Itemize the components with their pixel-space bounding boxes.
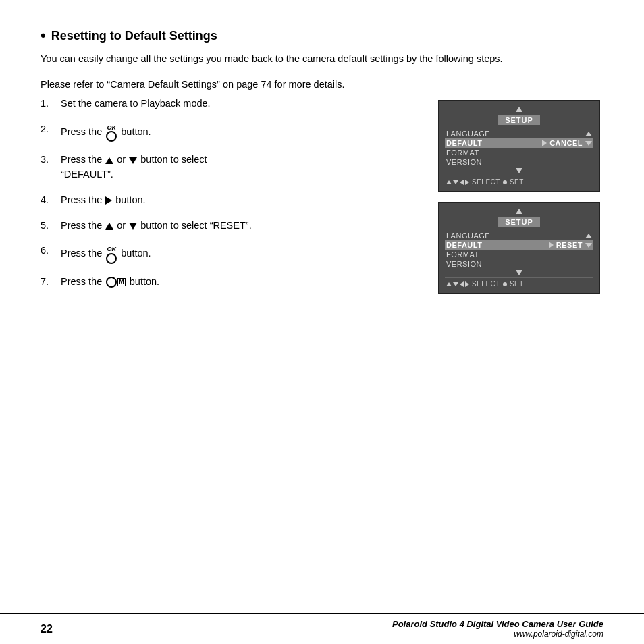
screen-1-top-arrow bbox=[516, 107, 522, 112]
step-5-text: Press the or button to select “RESET”. bbox=[61, 219, 425, 234]
footer-tri-up-2 bbox=[446, 282, 452, 286]
menu-label-format-1: FORMAT bbox=[446, 149, 592, 157]
step-4-text: Press the button. bbox=[61, 193, 425, 208]
step-7-num: 7. bbox=[41, 275, 61, 290]
step-3: 3. Press the or button to select“DEFAULT… bbox=[41, 153, 425, 182]
up-arrow-icon-3 bbox=[105, 157, 113, 164]
step-1-num: 1. bbox=[41, 97, 61, 111]
menu-label-version-2: VERSION bbox=[446, 260, 592, 268]
step-2-text: Press the OK button. bbox=[61, 122, 425, 142]
step-6: 6. Press the OK button. bbox=[41, 244, 425, 264]
page-number: 22 bbox=[41, 623, 53, 635]
footer-select-label-2: SELECT bbox=[472, 280, 500, 288]
screen-2-top-arrow bbox=[516, 209, 522, 214]
step-6-num: 6. bbox=[41, 244, 61, 259]
menu-label-language-2: LANGUAGE bbox=[446, 232, 585, 240]
step-5: 5. Press the or button to select “RESET”… bbox=[41, 219, 425, 234]
screen-2-title: SETUP bbox=[498, 217, 540, 227]
ok-button-icon-6: OK bbox=[106, 244, 117, 264]
sub-value-cancel: CANCEL bbox=[549, 139, 583, 147]
menu-label-version-1: VERSION bbox=[446, 158, 592, 166]
camera-screens-container: SETUP LANGUAGE DEFAULT bbox=[438, 97, 603, 300]
menu-row-version-2: VERSION bbox=[445, 259, 593, 269]
step-2-num: 2. bbox=[41, 122, 61, 137]
camera-screens: SETUP LANGUAGE DEFAULT bbox=[438, 100, 603, 294]
ok-label: OK bbox=[107, 124, 117, 133]
screen-2-bottom-arrow bbox=[516, 270, 522, 275]
sub-menu-value-1: CANCEL bbox=[542, 139, 592, 147]
screen-2-header: SETUP bbox=[445, 207, 593, 230]
brand-title: Polaroid Studio 4 Digital Video Camera U… bbox=[392, 619, 603, 629]
menu-label-format-2: FORMAT bbox=[446, 250, 592, 259]
step-6-text: Press the OK button. bbox=[61, 244, 425, 264]
screen-arrow-up-2 bbox=[585, 234, 592, 238]
footer-tri-right-2 bbox=[465, 281, 469, 287]
screen-2-footer: SELECT SET bbox=[445, 277, 593, 288]
step-2: 2. Press the OK button. bbox=[41, 122, 425, 142]
screen-arrow-up-1 bbox=[585, 132, 592, 136]
brand-url: www.polaroid-digital.com bbox=[392, 629, 603, 639]
footer-dot-2 bbox=[503, 282, 507, 286]
screen-1-footer: SELECT SET bbox=[445, 176, 593, 186]
screen-1-body: LANGUAGE DEFAULT CANCEL bbox=[445, 128, 593, 168]
step-3-num: 3. bbox=[41, 153, 61, 167]
sub-menu-value-2: RESET bbox=[549, 241, 592, 249]
footer-tri-left-2 bbox=[460, 281, 464, 287]
screen-arrow-down-1 bbox=[585, 141, 592, 146]
screen-1-title: SETUP bbox=[498, 115, 540, 125]
ok-circle-6 bbox=[106, 253, 117, 264]
menu-button-icon-7: M bbox=[106, 277, 126, 288]
footer-tri-down-1 bbox=[453, 180, 458, 184]
footer-set-label-2: SET bbox=[510, 280, 524, 288]
ref-text: Please refer to “Camera Default Settings… bbox=[41, 79, 603, 90]
intro-text: You can easily change all the settings y… bbox=[41, 51, 603, 67]
footer-arrows-1 bbox=[446, 180, 469, 185]
right-arrow-icon-4 bbox=[105, 196, 112, 205]
footer-dot-1 bbox=[503, 180, 507, 184]
footer-tri-right-1 bbox=[465, 180, 469, 185]
section-heading: Resetting to Default Settings bbox=[51, 29, 217, 43]
steps-list: 1. Set the camera to Playback mode. 2. P… bbox=[41, 97, 425, 300]
menu-row-language-1: LANGUAGE bbox=[445, 129, 593, 138]
screen-arrow-down-2 bbox=[585, 243, 592, 248]
down-arrow-icon-3 bbox=[129, 157, 137, 164]
camera-screen-1: SETUP LANGUAGE DEFAULT bbox=[438, 100, 600, 192]
sub-value-reset: RESET bbox=[556, 241, 583, 249]
footer-arrows-2 bbox=[446, 281, 469, 287]
page-footer: 22 Polaroid Studio 4 Digital Video Camer… bbox=[0, 613, 644, 644]
menu-row-default-2: DEFAULT RESET bbox=[445, 240, 593, 250]
step-7-text: Press the M button. bbox=[61, 275, 425, 290]
ok-label-6: OK bbox=[107, 245, 117, 254]
menu-label-language-1: LANGUAGE bbox=[446, 130, 585, 138]
footer-tri-left-1 bbox=[460, 180, 464, 185]
ok-circle bbox=[106, 131, 117, 142]
step-4: 4. Press the button. bbox=[41, 193, 425, 208]
ok-button-icon-2: OK bbox=[106, 122, 117, 142]
footer-brand: Polaroid Studio 4 Digital Video Camera U… bbox=[392, 619, 603, 639]
menu-circle bbox=[106, 277, 117, 288]
screen-1-header: SETUP bbox=[445, 105, 593, 128]
step-3-text: Press the or button to select“DEFAULT”. bbox=[61, 153, 425, 182]
menu-row-format-2: FORMAT bbox=[445, 250, 593, 259]
menu-row-format-1: FORMAT bbox=[445, 148, 593, 157]
bullet: • bbox=[41, 27, 46, 45]
step-1: 1. Set the camera to Playback mode. bbox=[41, 97, 425, 111]
footer-select-label-1: SELECT bbox=[472, 178, 500, 186]
step-7: 7. Press the M button. bbox=[41, 275, 425, 290]
screen-arrow-right-1 bbox=[542, 140, 547, 146]
camera-screen-2: SETUP LANGUAGE DEFAULT bbox=[438, 202, 600, 294]
step-4-num: 4. bbox=[41, 193, 61, 208]
menu-label-default-1: DEFAULT bbox=[446, 139, 539, 147]
menu-row-language-2: LANGUAGE bbox=[445, 231, 593, 240]
menu-row-default-1: DEFAULT CANCEL bbox=[445, 138, 593, 148]
up-arrow-icon-5 bbox=[105, 223, 113, 230]
screen-2-body: LANGUAGE DEFAULT RESET bbox=[445, 230, 593, 270]
menu-row-version-1: VERSION bbox=[445, 157, 593, 167]
footer-tri-up-1 bbox=[446, 180, 452, 184]
section-title: • Resetting to Default Settings bbox=[41, 27, 603, 45]
screen-arrow-right-2 bbox=[549, 242, 554, 248]
footer-tri-down-2 bbox=[453, 282, 458, 286]
screen-1-bottom-arrow bbox=[516, 168, 522, 173]
step-1-text: Set the camera to Playback mode. bbox=[61, 97, 425, 111]
menu-label-default-2: DEFAULT bbox=[446, 241, 546, 249]
